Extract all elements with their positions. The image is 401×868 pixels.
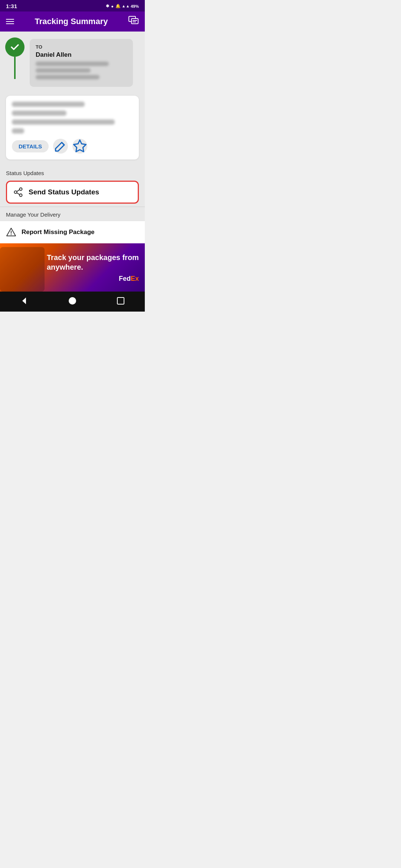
recent-apps-icon [116, 296, 125, 306]
svg-line-8 [17, 193, 20, 195]
svg-line-7 [17, 190, 20, 191]
page-title: Tracking Summary [35, 17, 108, 26]
ad-text: Track your packages from anywhere. [47, 253, 139, 272]
timeline [0, 37, 30, 79]
package-field-3 [12, 119, 115, 125]
recipient-name: Daniel Allen [36, 51, 127, 59]
home-button[interactable] [68, 296, 77, 306]
edit-button[interactable] [53, 139, 68, 154]
share-icon [13, 187, 23, 197]
package-actions: DETAILS [12, 139, 133, 154]
ad-banner-content: Track your packages from anywhere. FedEx [47, 253, 139, 283]
status-bar: 1:31 ✱ ● 🔔 ▴ ▴ 49% [0, 0, 145, 11]
bluetooth-icon: ✱ [106, 4, 109, 9]
manage-delivery-section-label: Manage Your Delivery [0, 207, 145, 221]
app-header: Tracking Summary [0, 11, 145, 32]
send-status-updates-button[interactable]: Send Status Updates [6, 181, 139, 204]
address-card: TO Daniel Allen [30, 39, 133, 87]
chat-button[interactable] [128, 16, 139, 27]
svg-point-10 [11, 234, 12, 235]
svg-rect-1 [131, 19, 138, 24]
svg-point-4 [20, 188, 22, 190]
details-button[interactable]: DETAILS [12, 140, 49, 152]
edit-icon [53, 139, 68, 154]
report-missing-button[interactable]: Report Missing Package [0, 221, 145, 243]
silent-icon: 🔔 [115, 4, 121, 9]
menu-button[interactable] [6, 19, 14, 24]
check-circle [5, 37, 25, 57]
svg-point-5 [14, 191, 17, 194]
report-missing-label: Report Missing Package [22, 228, 95, 236]
svg-rect-13 [117, 297, 124, 304]
package-field-4 [12, 128, 24, 134]
battery-text: 49% [131, 4, 139, 9]
package-info-card: DETAILS [6, 96, 139, 160]
wifi-icon: ▴ [123, 4, 125, 9]
location-icon: ● [111, 4, 114, 9]
navigation-bar [0, 292, 145, 312]
address-line-3 [36, 75, 100, 79]
status-icons: ✱ ● 🔔 ▴ ▴ 49% [106, 4, 139, 9]
fedex-logo: FedEx [47, 275, 139, 283]
phone-mockup-image [0, 247, 45, 292]
back-button[interactable] [19, 296, 29, 306]
tracking-destination-card: TO Daniel Allen [0, 32, 145, 93]
svg-marker-11 [22, 297, 26, 304]
back-icon [19, 296, 29, 306]
warning-icon [6, 227, 16, 237]
send-status-label: Send Status Updates [29, 188, 99, 196]
star-icon [72, 139, 87, 154]
status-updates-section-label: Status Updates [0, 165, 145, 179]
address-line-1 [36, 62, 109, 66]
package-field-2 [12, 111, 66, 116]
recent-apps-button[interactable] [116, 296, 125, 306]
timeline-line [14, 57, 16, 79]
signal-icon: ▴ [127, 4, 129, 9]
status-time: 1:31 [6, 3, 17, 9]
svg-point-6 [20, 194, 22, 197]
favorite-button[interactable] [72, 139, 87, 154]
to-label: TO [36, 44, 127, 50]
address-line-2 [36, 68, 91, 73]
package-field-1 [12, 102, 85, 107]
home-icon [68, 296, 77, 306]
svg-point-12 [69, 297, 76, 305]
main-content: TO Daniel Allen DETAILS [0, 32, 145, 292]
ad-banner: Track your packages from anywhere. FedEx [0, 243, 145, 292]
